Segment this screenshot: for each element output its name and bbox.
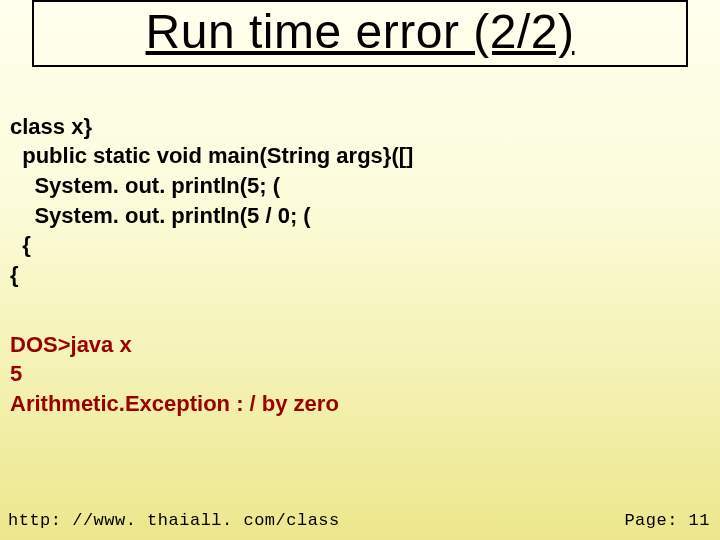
output-line: DOS>java x <box>10 332 132 357</box>
output-line: Arithmetic.Exception : / by zero <box>10 391 339 416</box>
output-line: 5 <box>10 361 22 386</box>
footer-page: Page: 11 <box>624 511 710 530</box>
code-line: System. out. println(5 / 0; ( <box>10 203 311 228</box>
code-line: System. out. println(5; ( <box>10 173 280 198</box>
code-line: class x} <box>10 114 92 139</box>
page-number: 11 <box>689 511 710 530</box>
output-block: DOS>java x 5 Arithmetic.Exception : / by… <box>10 300 710 419</box>
footer-url: http: //www. thaiall. com/class <box>8 511 340 530</box>
code-line: public static void main(String args}([] <box>10 143 413 168</box>
code-line: { <box>10 262 19 287</box>
code-block: class x} public static void main(String … <box>10 82 710 290</box>
title-box: Run time error (2/2) <box>32 0 688 67</box>
code-line: { <box>10 232 31 257</box>
page-label: Page: <box>624 511 678 530</box>
slide-title: Run time error (2/2) <box>146 5 575 58</box>
